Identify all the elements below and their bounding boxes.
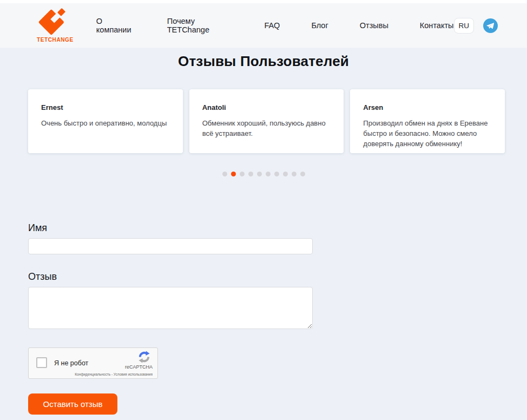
- reviews-section: Отзывы Пользователей Ernest Очень быстро…: [0, 53, 527, 415]
- carousel-dot[interactable]: [274, 172, 279, 176]
- section-title: Отзывы Пользователей: [0, 53, 527, 70]
- main-nav: О компании Почему TETChange FAQ Блог Отз…: [96, 17, 454, 34]
- nav-item-contacts[interactable]: Контакты: [420, 21, 454, 30]
- language-selector[interactable]: RU: [454, 18, 475, 34]
- name-input[interactable]: [28, 238, 313, 254]
- logo-wordmark: TETCHANGE: [37, 37, 74, 43]
- submit-review-button[interactable]: Оставить отзыв: [28, 393, 117, 415]
- header: TETCHANGE О компании Почему TETChange FA…: [0, 3, 527, 48]
- recaptcha-label: Я не робот: [54, 359, 88, 367]
- nav-item-reviews[interactable]: Отзывы: [360, 21, 388, 30]
- recaptcha-widget: Я не робот reCAPTCHA Конфиденциальность …: [28, 347, 158, 379]
- recaptcha-terms-links[interactable]: Конфиденциальность - Условия использован…: [75, 372, 153, 376]
- review-author: Anatoli: [202, 103, 331, 111]
- review-text: Производил обмен на днях в Ереване быстр…: [363, 119, 492, 149]
- carousel-dot[interactable]: [257, 172, 262, 176]
- carousel-dot[interactable]: [240, 172, 245, 176]
- nav-item-why[interactable]: Почему TETChange: [167, 17, 233, 34]
- carousel-dot[interactable]: [300, 172, 305, 176]
- nav-item-about[interactable]: О компании: [96, 17, 136, 34]
- recaptcha-icon: [138, 351, 150, 363]
- logo[interactable]: TETCHANGE: [35, 8, 76, 43]
- review-text: Обменник хороший, пользуюсь давно всё ус…: [202, 119, 331, 139]
- recaptcha-checkbox[interactable]: [36, 357, 47, 368]
- review-author: Arsen: [363, 103, 492, 111]
- carousel-dot-active[interactable]: [231, 172, 236, 176]
- review-card: Anatoli Обменник хороший, пользуюсь давн…: [189, 89, 344, 153]
- review-author: Ernest: [41, 103, 170, 111]
- review-label: Отзыв: [28, 271, 313, 283]
- telegram-button[interactable]: [483, 18, 498, 33]
- nav-item-faq[interactable]: FAQ: [264, 21, 280, 30]
- carousel-dot[interactable]: [222, 172, 227, 176]
- review-card: Ernest Очень быстро и оперативно, молодц…: [28, 89, 183, 153]
- recaptcha-brand: reCAPTCHA: [125, 364, 153, 370]
- review-textarea[interactable]: [28, 287, 313, 329]
- name-label: Имя: [28, 222, 313, 234]
- review-text: Очень быстро и оперативно, молодцы: [41, 119, 170, 129]
- reviews-carousel: Ernest Очень быстро и оперативно, молодц…: [28, 89, 505, 153]
- carousel-dot[interactable]: [248, 172, 253, 176]
- carousel-dot[interactable]: [266, 172, 271, 176]
- carousel-pagination: [0, 172, 527, 176]
- carousel-dot[interactable]: [292, 172, 297, 176]
- review-card: Arsen Производил обмен на днях в Ереване…: [350, 89, 505, 153]
- carousel-dot[interactable]: [283, 172, 288, 176]
- nav-item-blog[interactable]: Блог: [311, 21, 328, 30]
- logo-icon: [37, 8, 73, 36]
- review-form: Имя Отзыв Я не робот reCAPTCHA Конфиденц…: [28, 222, 313, 415]
- telegram-icon: [483, 18, 498, 33]
